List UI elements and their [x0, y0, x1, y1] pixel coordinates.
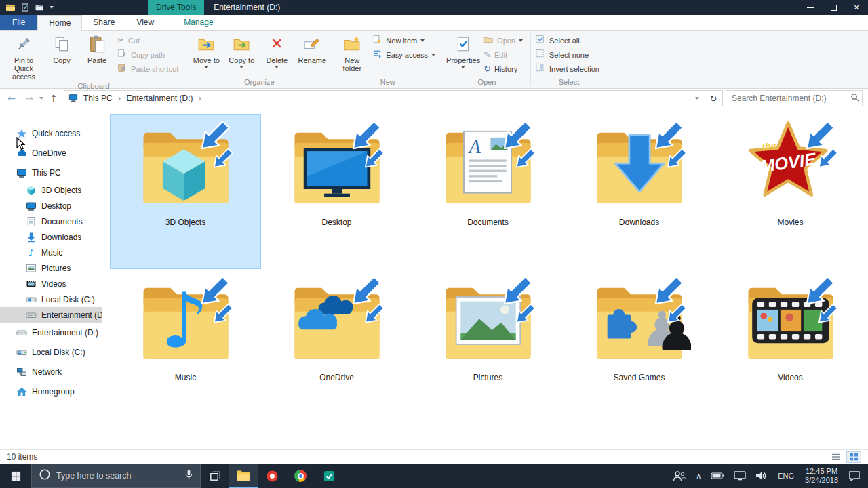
folder-tile-videos[interactable]: Videos — [715, 269, 866, 424]
explorer-search-input[interactable] — [732, 94, 848, 103]
tab-home[interactable]: Home — [37, 15, 82, 30]
folder-tile-pictures[interactable]: Pictures — [412, 269, 564, 424]
move-to-button[interactable]: Move to — [189, 32, 224, 75]
search-icon[interactable] — [850, 92, 859, 104]
breadcrumb-drive[interactable]: Entertainment (D:) — [123, 94, 197, 103]
sidebar-item-entertainment-d[interactable]: Entertainment (D:) — [0, 323, 102, 342]
sidebar-item-videos[interactable]: Videos — [0, 276, 102, 291]
large-icons-view-button[interactable] — [846, 451, 861, 463]
invert-selection-button[interactable]: Invert selection — [533, 62, 605, 76]
properties-button[interactable]: Properties — [446, 32, 481, 75]
easy-access-button[interactable]: Easy access — [370, 47, 441, 62]
language-indicator[interactable]: ENG — [772, 472, 800, 480]
copy-to-button[interactable]: Copy to — [224, 32, 259, 75]
ribbon-separator — [332, 33, 332, 86]
task-view-button[interactable] — [201, 464, 229, 488]
open-button[interactable]: Open — [481, 33, 528, 47]
explorer-search-box[interactable] — [726, 90, 863, 106]
folder-tile-movies[interactable]: theMOVIEMovies — [715, 114, 866, 269]
photo-icon — [26, 263, 37, 274]
breadcrumb-this-pc[interactable]: This PC — [79, 94, 117, 103]
file-explorer-taskbar-button[interactable] — [229, 464, 258, 488]
sidebar-item-this-pc[interactable]: This PC — [0, 163, 102, 182]
pin-to-quick-access-button[interactable]: Pin to Quick access — [3, 32, 44, 81]
easy-access-icon — [372, 49, 382, 60]
select-none-button[interactable]: Select none — [533, 47, 605, 62]
tab-share[interactable]: Share — [82, 15, 125, 30]
tab-manage[interactable]: Manage — [173, 15, 224, 30]
minimize-button[interactable] — [799, 0, 822, 15]
paste-button[interactable]: Paste — [79, 32, 115, 75]
maximize-button[interactable] — [822, 0, 845, 15]
taskbar-search-box[interactable] — [31, 464, 201, 488]
rename-button[interactable]: Rename — [294, 32, 330, 75]
battery-icon[interactable] — [706, 464, 729, 488]
svg-text:the: the — [761, 140, 776, 152]
sidebar-item-onedrive[interactable]: OneDrive — [0, 143, 102, 163]
sidebar-item-entertainment-d[interactable]: Entertainment (D:) — [0, 307, 102, 323]
explorer-main: Quick accessOneDriveThis PC3D ObjectsDes… — [0, 108, 868, 449]
back-icon[interactable]: ← — [4, 93, 19, 104]
sidebar-item-3d-objects[interactable]: 3D Objects — [0, 182, 102, 198]
breadcrumb-chevron-icon[interactable]: › — [199, 94, 202, 103]
tab-file[interactable]: File — [0, 15, 37, 30]
cube-folder-icon — [134, 117, 237, 214]
new-folder-button[interactable]: New folder — [334, 32, 370, 75]
recent-locations-caret-icon[interactable] — [39, 97, 43, 100]
qat-properties-icon[interactable] — [22, 3, 29, 12]
sidebar-item-network[interactable]: Network — [0, 362, 102, 382]
close-button[interactable]: ✕ — [845, 0, 868, 15]
folder-tile-saved-games[interactable]: ♟♟Saved Games — [564, 269, 715, 424]
sidebar-item-homegroup[interactable]: Homegroup — [0, 382, 102, 401]
cut-button[interactable]: ✂ Cut — [115, 33, 184, 47]
forward-icon[interactable]: → — [22, 93, 37, 104]
network-icon[interactable] — [729, 464, 751, 488]
new-item-button[interactable]: New item — [370, 33, 441, 47]
refresh-icon[interactable]: ↻ — [706, 94, 721, 104]
cortana-icon[interactable] — [39, 468, 51, 483]
copy-path-button[interactable]: Copy path — [115, 47, 184, 62]
sidebar-item-desktop[interactable]: Desktop — [0, 198, 102, 214]
dropdown-caret-icon — [204, 66, 208, 68]
sidebar-item-local-disk-c[interactable]: Local Disk (C:) — [0, 342, 102, 362]
action-center-icon[interactable] — [844, 464, 865, 488]
address-dropdown-caret-icon[interactable] — [690, 97, 705, 100]
breadcrumb-chevron-icon[interactable]: › — [118, 94, 121, 103]
up-icon[interactable]: ↑ — [46, 93, 61, 104]
taskbar-search-input[interactable] — [56, 471, 179, 481]
tab-view[interactable]: View — [125, 15, 165, 30]
sidebar-item-quick-access[interactable]: Quick access — [0, 123, 102, 143]
edit-button[interactable]: ✎ Edit — [481, 47, 528, 62]
folder-tile-music[interactable]: ♪Music — [110, 269, 261, 424]
folder-tile-onedrive[interactable]: OneDrive — [261, 269, 412, 424]
sidebar-item-documents[interactable]: Documents — [0, 214, 102, 229]
sidebar-item-music[interactable]: ♪Music — [0, 245, 102, 260]
microphone-icon[interactable] — [184, 469, 193, 483]
taskbar-clock[interactable]: 12:45 PM 3/24/2018 — [800, 467, 844, 485]
folder-tile-desktop[interactable]: Desktop — [261, 114, 412, 269]
paste-shortcut-icon — [117, 63, 127, 75]
drive-tools-tab[interactable]: Drive Tools — [148, 0, 204, 15]
show-hidden-icons-chevron[interactable]: ∧ — [691, 464, 706, 488]
address-bar[interactable]: This PC › Entertainment (D:) › ↻ — [64, 90, 723, 106]
folder-tile-documents[interactable]: ADocuments — [412, 114, 564, 269]
sidebar-item-downloads[interactable]: Downloads — [0, 229, 102, 245]
copy-button[interactable]: Copy — [44, 32, 79, 75]
red-app-taskbar-button[interactable] — [258, 464, 286, 488]
start-button[interactable] — [0, 464, 31, 488]
folder-tile-downloads[interactable]: Downloads — [564, 114, 715, 269]
delete-button[interactable]: ✕ Delete — [259, 32, 294, 75]
qat-new-folder-icon[interactable] — [35, 4, 43, 12]
details-view-button[interactable] — [829, 451, 844, 463]
sidebar-item-pictures[interactable]: Pictures — [0, 260, 102, 276]
sidebar-item-local-disk-c[interactable]: Local Disk (C:) — [0, 291, 102, 307]
select-all-button[interactable]: Select all — [533, 33, 605, 47]
people-icon[interactable] — [668, 464, 691, 488]
history-button[interactable]: ↻ History — [481, 62, 528, 76]
chrome-taskbar-button[interactable] — [286, 464, 315, 488]
volume-icon[interactable] — [751, 464, 772, 488]
folder-tile-3d-objects[interactable]: 3D Objects — [110, 114, 261, 269]
green-app-taskbar-button[interactable] — [315, 464, 343, 488]
qat-customize-caret-icon[interactable] — [50, 6, 54, 9]
paste-shortcut-button[interactable]: Paste shortcut — [115, 62, 184, 76]
